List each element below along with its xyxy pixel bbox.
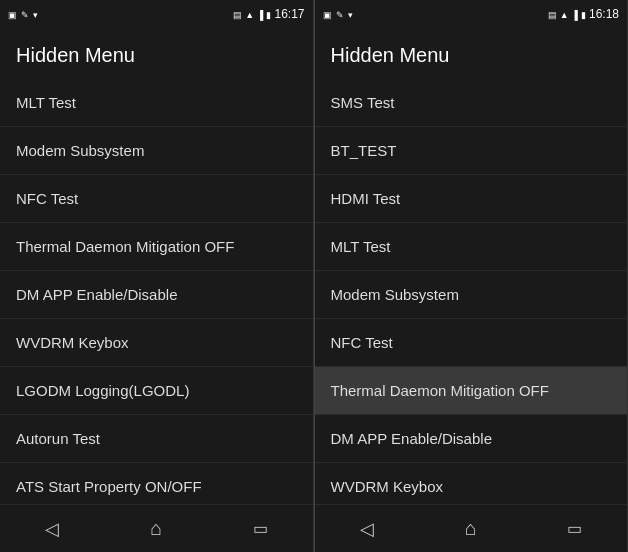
menu-item-right-7[interactable]: DM APP Enable/Disable: [315, 415, 628, 463]
recents-button-right[interactable]: [545, 509, 605, 549]
wifi-icon-left: [245, 9, 254, 20]
status-right-right: 16:18: [548, 7, 619, 21]
back-button-right[interactable]: [337, 509, 397, 549]
menu-item-right-8[interactable]: WVDRM Keybox: [315, 463, 628, 504]
page-title-right: Hidden Menu: [315, 28, 628, 79]
recents-icon-right: [567, 519, 582, 538]
left-phone-screen: 16:17 Hidden Menu MLT Test Modem Subsyst…: [0, 0, 314, 552]
status-icons-right: [323, 9, 353, 20]
page-title-left: Hidden Menu: [0, 28, 313, 79]
menu-item-left-3[interactable]: Thermal Daemon Mitigation OFF: [0, 223, 313, 271]
menu-item-left-6[interactable]: LGODM Logging(LGODL): [0, 367, 313, 415]
battery-icon-right: [581, 9, 586, 20]
sim-icon-right: [548, 9, 557, 20]
right-phone-screen: 16:18 Hidden Menu SMS Test BT_TEST HDMI …: [315, 0, 629, 552]
nav-bar-left: [0, 504, 313, 552]
menu-list-right: SMS Test BT_TEST HDMI Test MLT Test Mode…: [315, 79, 628, 504]
wifi-icon-right: [560, 9, 569, 20]
home-icon-left: [150, 517, 162, 540]
signal-icon-left: [257, 9, 263, 20]
menu-item-left-2[interactable]: NFC Test: [0, 175, 313, 223]
status-bar-right: 16:18: [315, 0, 628, 28]
menu-item-right-3[interactable]: MLT Test: [315, 223, 628, 271]
home-button-left[interactable]: [126, 509, 186, 549]
home-icon-right: [465, 517, 477, 540]
back-icon-right: [360, 518, 374, 540]
menu-item-right-6[interactable]: Thermal Daemon Mitigation OFF: [315, 367, 628, 415]
nav-bar-right: [315, 504, 628, 552]
menu-item-left-0[interactable]: MLT Test: [0, 79, 313, 127]
chevron-icon: [33, 9, 38, 20]
menu-item-right-5[interactable]: NFC Test: [315, 319, 628, 367]
screenshot-icon: [8, 9, 17, 20]
menu-item-right-4[interactable]: Modem Subsystem: [315, 271, 628, 319]
screenshot-icon-right: [323, 9, 332, 20]
edit-icon-right: [336, 9, 344, 20]
menu-item-left-1[interactable]: Modem Subsystem: [0, 127, 313, 175]
menu-item-left-7[interactable]: Autorun Test: [0, 415, 313, 463]
battery-icon-left: [266, 9, 271, 20]
signal-icon-right: [572, 9, 578, 20]
menu-item-left-4[interactable]: DM APP Enable/Disable: [0, 271, 313, 319]
status-icons-left: [8, 9, 38, 20]
chevron-icon-right: [348, 9, 353, 20]
home-button-right[interactable]: [441, 509, 501, 549]
recents-icon-left: [253, 519, 268, 538]
sim-icon-left: [233, 9, 242, 20]
time-left: 16:17: [274, 7, 304, 21]
status-bar-left: 16:17: [0, 0, 313, 28]
back-icon-left: [45, 518, 59, 540]
menu-item-left-5[interactable]: WVDRM Keybox: [0, 319, 313, 367]
menu-list-left: MLT Test Modem Subsystem NFC Test Therma…: [0, 79, 313, 504]
menu-item-right-1[interactable]: BT_TEST: [315, 127, 628, 175]
menu-item-right-0[interactable]: SMS Test: [315, 79, 628, 127]
menu-item-right-2[interactable]: HDMI Test: [315, 175, 628, 223]
menu-item-left-8[interactable]: ATS Start Property ON/OFF: [0, 463, 313, 504]
back-button-left[interactable]: [22, 509, 82, 549]
recents-button-left[interactable]: [230, 509, 290, 549]
edit-icon: [21, 9, 29, 20]
time-right: 16:18: [589, 7, 619, 21]
status-right-left: 16:17: [233, 7, 304, 21]
